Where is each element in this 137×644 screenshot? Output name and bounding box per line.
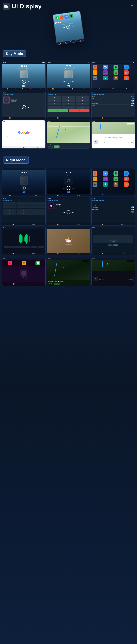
app-carplay[interactable]: 🚗 — [114, 70, 118, 75]
night-controls-1[interactable]: ⏮ ⏸ ⏭ — [18, 186, 30, 190]
night-play-1[interactable]: ⏸ — [22, 186, 26, 190]
bt-prev[interactable]: ⏮ — [18, 106, 21, 109]
apps-btn-7[interactable]: ⊞ — [37, 147, 38, 148]
ndial-7[interactable]: 7 — [3, 209, 16, 212]
nav-reroute-btn[interactable]: Reroute — [112, 244, 118, 246]
dial-5[interactable]: 5 — [62, 99, 75, 102]
back-btn-7[interactable]: ← — [10, 147, 10, 148]
eq-4[interactable] — [24, 246, 30, 248]
np-controls[interactable]: ⏮ ▶ ⏭ — [128, 141, 133, 143]
ndial-0[interactable]: 0 — [17, 212, 30, 215]
app-music[interactable]: 🎵 — [93, 65, 98, 70]
ndial-star[interactable]: * — [3, 212, 16, 215]
night-np-next[interactable]: ⏭ — [132, 278, 133, 280]
nav-exit-btn[interactable]: Exit — [108, 244, 112, 246]
cp-messages[interactable]: 💬 — [36, 261, 40, 265]
nauto-connect-toggle[interactable] — [131, 209, 134, 210]
night-controls-2[interactable]: ⏮ ⏸ ⏭ — [63, 186, 74, 190]
auto-connect-toggle[interactable] — [131, 102, 134, 104]
napp-settings[interactable]: ⚙️ — [124, 176, 128, 181]
bt-next[interactable]: ⏭ — [27, 106, 30, 109]
ndial-6[interactable]: 6 — [31, 206, 45, 208]
prev-1[interactable]: ⏮ — [18, 80, 21, 83]
menu-icon[interactable] — [3, 3, 10, 10]
app-radio[interactable]: 📻 — [93, 70, 98, 75]
night-np-controls[interactable]: ⏮ ▶ ⏭ — [128, 278, 133, 280]
eq-5[interactable] — [31, 246, 37, 248]
night-next-2[interactable]: ⏭ — [72, 186, 74, 190]
nbtn[interactable]: ⏭ — [72, 211, 74, 214]
dial-1[interactable]: 1 — [48, 96, 61, 98]
napp-music[interactable]: 🎵 — [93, 171, 98, 176]
np-prev[interactable]: ⏮ — [128, 141, 129, 143]
end-call-btn[interactable]: 📵 — [69, 110, 90, 112]
napp-nav[interactable]: 🗺 — [103, 171, 108, 176]
app-camera[interactable]: 📷 — [93, 76, 98, 80]
napp-bt[interactable]: 🔵 — [124, 171, 128, 176]
cp-menu[interactable]: ≡ — [34, 283, 35, 285]
dial-0[interactable]: 0 — [62, 106, 75, 109]
eq-1[interactable]: EQ — [4, 246, 10, 248]
next-1[interactable]: ⏭ — [27, 80, 30, 83]
night-prev-2[interactable]: ⏮ — [63, 186, 66, 190]
app-bt[interactable]: 🔵 — [124, 65, 128, 70]
app-video[interactable]: 📺 — [103, 70, 108, 75]
ndial-3[interactable]: 3 — [31, 202, 45, 205]
dial-star[interactable]: * — [48, 106, 61, 109]
np-next[interactable]: ⏭ — [132, 141, 133, 143]
dial-4[interactable]: 4 — [48, 99, 61, 102]
ndial-5[interactable]: 5 — [17, 206, 30, 208]
app-extra1[interactable]: 📦 — [114, 76, 118, 80]
napp-camera[interactable]: 📷 — [93, 182, 98, 187]
app-weather[interactable]: 🌤 — [103, 76, 108, 80]
eq-3[interactable] — [17, 246, 24, 248]
app-extra2[interactable]: 🔧 — [124, 76, 128, 80]
night-np-prev[interactable]: ⏮ — [128, 278, 129, 280]
player-controls-2[interactable]: ⏮ ⏸ ⏭ — [63, 80, 74, 84]
ndial-4[interactable]: 4 — [3, 206, 16, 208]
npower-toggle[interactable] — [131, 211, 134, 212]
google-search-bar[interactable]: 🔍 — [6, 136, 42, 138]
dial-hash[interactable]: # — [76, 106, 90, 109]
power-toggle[interactable] — [131, 105, 134, 106]
napp-phone[interactable]: 📱 — [114, 171, 118, 176]
app-settings[interactable]: ⚙️ — [124, 70, 128, 75]
bt-play[interactable]: ⏸ — [22, 105, 26, 109]
call-btn[interactable]: 📞 — [48, 110, 68, 112]
ndial-8[interactable]: 8 — [17, 209, 30, 212]
player-controls-1[interactable]: ⏮ ⏸ ⏭ — [18, 80, 30, 84]
ndial-2[interactable]: 2 — [17, 202, 30, 205]
dial-9[interactable]: 9 — [76, 102, 90, 105]
dial-7[interactable]: 7 — [48, 102, 61, 105]
play-1[interactable]: ⏸ — [22, 80, 26, 84]
nauto-answer-toggle[interactable] — [131, 206, 134, 208]
nbtplay[interactable]: ⏸ — [66, 210, 70, 214]
np-play[interactable]: ▶ — [130, 141, 131, 143]
prev-btn[interactable]: ⏮ — [62, 26, 66, 29]
dial-2[interactable]: 2 — [62, 96, 75, 98]
bt-music-controls[interactable]: ⏮ ⏸ ⏭ — [3, 105, 45, 109]
napp-radio[interactable]: 📻 — [93, 176, 98, 181]
night-play-2[interactable]: ⏸ — [66, 186, 70, 190]
auto-answer-toggle[interactable] — [131, 100, 134, 102]
next-2[interactable]: ⏭ — [72, 80, 74, 83]
cp-home[interactable]: ⬤ — [13, 283, 14, 285]
night-next-1[interactable]: ⏭ — [27, 186, 30, 190]
cp-phone[interactable]: 📞 — [8, 261, 12, 265]
play-2[interactable]: ⏸ — [66, 80, 70, 84]
ndial-1[interactable]: 1 — [3, 202, 16, 205]
nav-menu-icon[interactable]: ≡ — [130, 4, 133, 8]
app-nav[interactable]: 🗺 — [103, 65, 108, 70]
go-button[interactable]: GO — [54, 146, 60, 148]
dial-6[interactable]: 6 — [76, 99, 90, 102]
night-prev-1[interactable]: ⏮ — [18, 186, 21, 190]
night-go-button[interactable]: GO — [54, 283, 60, 285]
napp-carplay[interactable]: 🚗 — [114, 176, 118, 181]
night-np-play[interactable]: ▶ — [130, 278, 131, 280]
app-phone[interactable]: 📱 — [114, 65, 118, 70]
ndial-9[interactable]: 9 — [31, 209, 45, 212]
dial-3[interactable]: 3 — [76, 96, 90, 98]
next-btn[interactable]: ⏭ — [71, 24, 74, 28]
home-btn-7[interactable]: ⬤ — [23, 147, 24, 148]
napp-extra1[interactable]: 📦 — [114, 182, 118, 187]
